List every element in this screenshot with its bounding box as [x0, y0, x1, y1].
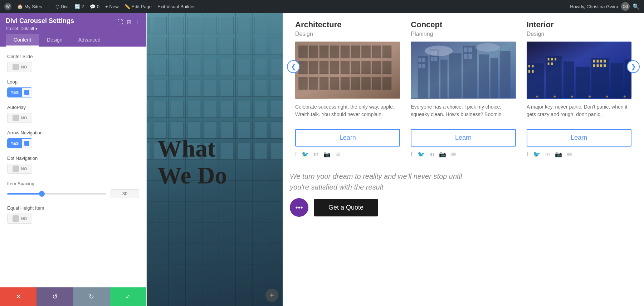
expand-icon[interactable]: ⛶ [117, 19, 123, 25]
center-slide-label: Center Slide [7, 54, 139, 59]
email-icon-2[interactable]: ✉ [451, 151, 456, 158]
tab-content[interactable]: Content [6, 34, 39, 47]
dot-navigation-toggle[interactable]: NO [7, 164, 32, 174]
facebook-icon[interactable]: f [295, 151, 297, 158]
quote-circle-icon[interactable]: ••• [290, 198, 308, 217]
svg-rect-38 [238, 38, 250, 55]
svg-rect-104 [382, 62, 391, 74]
arrow-navigation-label: Arrow Navigation [7, 130, 139, 135]
loop-setting: Loop YES [7, 79, 139, 97]
linkedin-icon-2[interactable]: in [430, 151, 434, 158]
loop-toggle[interactable]: YES [7, 87, 32, 97]
svg-rect-121 [491, 58, 498, 98]
columns-icon[interactable]: ⊞ [127, 19, 131, 25]
undo-button[interactable]: ↺ [36, 287, 73, 306]
svg-rect-106 [309, 77, 318, 90]
autoplay-setting: AutoPlay NO [7, 105, 139, 123]
svg-rect-31 [271, 17, 283, 34]
learn-button-interior[interactable]: Learn [527, 129, 631, 147]
svg-rect-64 [221, 101, 234, 118]
instagram-icon[interactable]: 📷 [323, 151, 331, 158]
slider-thumb[interactable] [39, 191, 45, 197]
save-button[interactable]: ✓ [110, 287, 146, 306]
twitter-icon-2[interactable]: 🐦 [418, 151, 425, 158]
hero-title: What We Do [157, 135, 272, 189]
email-icon-3[interactable]: ✉ [567, 151, 572, 158]
svg-rect-141 [576, 67, 590, 98]
svg-rect-58 [271, 80, 283, 97]
carousel-items: ❮ Architecture Design [290, 20, 637, 158]
howdy-label: Howdy, Christina Gwira [570, 4, 618, 9]
svg-rect-159 [596, 64, 599, 67]
carousel-item-interior: Interior Design [521, 20, 637, 158]
facebook-icon-3[interactable]: f [527, 151, 528, 158]
svg-rect-65 [238, 101, 250, 118]
item-spacing-value[interactable]: 30 [111, 189, 139, 198]
twitter-icon[interactable]: 🐦 [302, 151, 309, 158]
svg-rect-26 [187, 17, 200, 34]
item-spacing-slider-track[interactable] [7, 193, 106, 195]
tab-design[interactable]: Design [39, 34, 70, 47]
learn-button-concept[interactable]: Learn [411, 129, 516, 147]
linkedin-icon[interactable]: in [314, 151, 318, 158]
admin-bar: W 🏠 My Sites ⬡ Divi 🔄 2 💬 0 + New ✏️ Edi… [0, 0, 644, 13]
loop-yes-active: YES [8, 88, 22, 97]
svg-rect-90 [330, 46, 339, 58]
quote-section: ••• Get a Quote [290, 198, 637, 217]
svg-rect-47 [238, 59, 250, 76]
arrow-nav-yes-active: YES [8, 139, 22, 148]
get-a-quote-button[interactable]: Get a Quote [314, 199, 378, 216]
svg-rect-132 [469, 47, 472, 52]
facebook-icon-2[interactable]: f [411, 151, 412, 158]
edit-page-link[interactable]: ✏️ Edit Page [125, 4, 152, 9]
new-link[interactable]: + New [105, 4, 119, 9]
email-icon[interactable]: ✉ [336, 151, 340, 158]
linkedin-icon-3[interactable]: in [545, 151, 550, 158]
hero-add-button[interactable]: + [265, 289, 278, 302]
arrow-navigation-toggle[interactable]: YES [7, 138, 32, 148]
panel-preset[interactable]: Preset: Default ▾ [6, 26, 74, 31]
user-avatar[interactable]: CG [621, 2, 630, 11]
comments-link[interactable]: 💬 0 [90, 4, 99, 9]
center-slide-toggle[interactable]: NO [7, 62, 32, 72]
item-title-interior: Interior [527, 20, 631, 29]
cancel-button[interactable]: ✕ [0, 287, 36, 306]
revisions-link[interactable]: 🔄 2 [74, 4, 84, 9]
instagram-icon-3[interactable]: 📷 [555, 151, 562, 158]
wordpress-icon[interactable]: W [4, 3, 11, 10]
search-icon[interactable]: 🔍 [633, 3, 640, 10]
carousel-next-button[interactable]: ❯ [627, 60, 640, 73]
svg-rect-67 [271, 101, 283, 118]
svg-rect-88 [309, 46, 318, 58]
svg-rect-157 [604, 60, 606, 63]
svg-rect-146 [532, 65, 533, 67]
panel-header: Divi Carousel Settings Preset: Default ▾… [0, 13, 146, 47]
loop-label: Loop [7, 79, 139, 85]
admin-bar-right: Howdy, Christina Gwira CG 🔍 [570, 2, 640, 11]
svg-rect-124 [422, 58, 425, 62]
svg-rect-34 [171, 38, 183, 55]
svg-rect-140 [563, 62, 574, 99]
svg-rect-154 [593, 60, 595, 63]
svg-point-136 [475, 43, 500, 52]
equal-height-item-toggle[interactable]: NO [7, 214, 32, 224]
svg-rect-29 [238, 17, 250, 34]
svg-rect-145 [528, 65, 530, 67]
carousel-prev-button[interactable]: ❮ [287, 60, 300, 73]
exit-visual-builder-link[interactable]: Exit Visual Builder [157, 4, 195, 9]
svg-rect-49 [271, 59, 283, 76]
svg-rect-45 [204, 59, 217, 76]
tab-advanced[interactable]: Advanced [70, 34, 108, 47]
svg-rect-160 [600, 64, 602, 67]
more-options-icon[interactable]: ⋮ [135, 19, 141, 25]
learn-button-architecture[interactable]: Learn [295, 129, 400, 147]
autoplay-toggle[interactable]: NO [7, 113, 32, 123]
twitter-icon-3[interactable]: 🐦 [533, 151, 540, 158]
concept-svg [411, 42, 516, 99]
divi-link[interactable]: ⬡ Divi [55, 4, 69, 9]
svg-rect-66 [254, 101, 267, 118]
instagram-icon-2[interactable]: 📷 [439, 151, 446, 158]
redo-button[interactable]: ↻ [73, 287, 110, 306]
my-sites-link[interactable]: 🏠 My Sites [17, 4, 42, 9]
svg-rect-110 [351, 77, 360, 90]
